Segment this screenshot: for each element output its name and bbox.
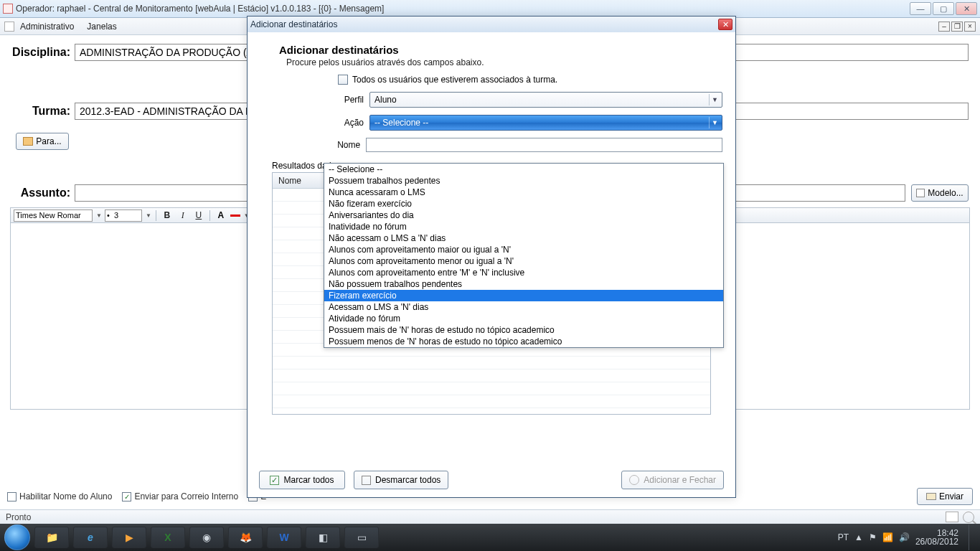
app-icon: ◧ <box>319 532 328 543</box>
grid-row[interactable] <box>273 369 710 382</box>
show-desktop[interactable] <box>969 524 976 550</box>
dialog-close-button[interactable]: ✕ <box>718 19 732 30</box>
acao-select[interactable]: -- Selecione -- ▼ <box>369 115 722 131</box>
window-controls: ― ▢ ✕ <box>908 2 977 15</box>
mdi-restore[interactable]: ❐ <box>951 22 963 32</box>
acao-option[interactable]: Alunos com aproveitamento entre 'M' e 'N… <box>324 267 723 278</box>
task-explorer[interactable]: 📁 <box>34 527 69 548</box>
mdi-close[interactable]: × <box>964 22 976 32</box>
acao-option[interactable]: Fizeram exercício <box>324 290 723 301</box>
acao-option[interactable]: Aniversariantes do dia <box>324 209 723 221</box>
adicionar-fechar-button[interactable]: Adicionar e Fechar <box>621 471 724 489</box>
task-media[interactable]: ▶ <box>112 527 146 548</box>
zoom-icon[interactable] <box>963 512 974 523</box>
chevron-down-icon[interactable]: ▼ <box>146 212 151 219</box>
acao-option[interactable]: Possuem mais de 'N' horas de estudo no t… <box>324 324 723 336</box>
acao-option[interactable]: Não acessam o LMS a 'N' dias <box>324 232 723 244</box>
dialog-title: Adicionar destinatários <box>250 19 718 29</box>
menu-janelas[interactable]: Janelas <box>87 22 116 32</box>
app-icon <box>3 4 13 14</box>
acao-dropdown-list[interactable]: -- Selecione --Possuem trabalhos pedente… <box>324 163 724 348</box>
acao-option[interactable]: Não possuem trabalhos pendentes <box>324 278 723 290</box>
acao-option[interactable]: Possuem trabalhos pedentes <box>324 175 723 187</box>
clock-date: 26/08/2012 <box>915 537 958 546</box>
font-color-button[interactable]: A <box>215 209 227 222</box>
mdi-minimize[interactable]: – <box>938 22 950 32</box>
acao-option[interactable]: Nunca acessaram o LMS <box>324 187 723 198</box>
chk-all-users[interactable] <box>338 75 348 85</box>
acao-option[interactable]: Alunos com aproveitamento maior ou igual… <box>324 244 723 255</box>
network-icon[interactable]: 📶 <box>882 532 893 542</box>
acao-option[interactable]: Possuem menos de 'N' horas de estudo no … <box>324 336 723 347</box>
people-icon <box>23 137 33 146</box>
send-button[interactable]: Enviar <box>917 488 973 505</box>
assunto-label: Assunto: <box>11 187 75 199</box>
acao-option[interactable]: Alunos com aproveitamento menor ou igual… <box>324 255 723 267</box>
desmarcar-todos-button[interactable]: ✓Desmarcar todos <box>354 471 448 489</box>
task-word[interactable]: W <box>267 527 301 548</box>
acao-option[interactable]: Não fizeram exercício <box>324 198 723 209</box>
task-app2[interactable]: ▭ <box>344 527 379 548</box>
envelope-icon <box>926 493 936 500</box>
disciplina-label: Disciplina: <box>11 46 75 59</box>
modelo-button[interactable]: Modelo... <box>911 184 969 202</box>
new-message-icon[interactable] <box>4 22 14 32</box>
color-swatch-red <box>230 215 240 217</box>
font-size-select[interactable] <box>105 209 142 222</box>
folder-icon: 📁 <box>46 532 58 543</box>
task-app1[interactable]: ◧ <box>306 527 340 548</box>
acao-option[interactable]: Inatividade no fórum <box>324 221 723 232</box>
ie-icon: e <box>88 532 93 543</box>
perfil-select[interactable]: Aluno ▼ <box>369 92 722 108</box>
font-family-select[interactable] <box>14 209 93 222</box>
chk-enviar-correio[interactable]: ✓Enviar para Correio Interno <box>122 491 238 501</box>
tray-up-icon[interactable]: ▲ <box>854 532 863 542</box>
underline-button[interactable]: U <box>192 209 205 222</box>
acao-option[interactable]: Atividade no fórum <box>324 313 723 324</box>
menu-administrativo[interactable]: Administrativo <box>20 22 74 32</box>
acao-option[interactable]: Acessam o LMS a 'N' dias <box>324 301 723 313</box>
separator <box>209 210 210 221</box>
maximize-button[interactable]: ▢ <box>933 2 954 15</box>
lang-indicator[interactable]: PT <box>838 532 849 542</box>
chrome-icon: ◉ <box>202 532 211 543</box>
bold-button[interactable]: B <box>161 209 174 222</box>
word-icon: W <box>279 532 288 543</box>
chevron-down-icon[interactable]: ▼ <box>96 212 102 219</box>
task-firefox[interactable]: 🦊 <box>228 527 263 548</box>
play-icon: ▶ <box>126 532 133 543</box>
volume-icon[interactable]: 🔊 <box>899 532 910 542</box>
grid-row[interactable] <box>273 382 710 395</box>
chk-habilitar-nome[interactable]: Habilitar Nome do Aluno <box>7 491 112 501</box>
firefox-icon: 🦊 <box>240 532 252 543</box>
marcar-todos-button[interactable]: ✓Marcar todos <box>259 471 345 489</box>
flag-icon[interactable]: ⚑ <box>869 532 877 542</box>
task-chrome[interactable]: ◉ <box>189 527 224 548</box>
grid-row[interactable] <box>273 357 710 369</box>
italic-button[interactable]: I <box>176 209 189 222</box>
clock[interactable]: 18:42 26/08/2012 <box>915 529 958 546</box>
acao-option[interactable]: -- Selecione -- <box>324 164 723 175</box>
chk-all-users-label: Todos os usuários que estiverem associad… <box>352 75 557 85</box>
window-title: Operador: raphael - Central de Monitoram… <box>16 4 908 14</box>
minimize-button[interactable]: ― <box>910 2 931 15</box>
task-excel[interactable]: X <box>151 527 185 548</box>
close-button[interactable]: ✕ <box>956 2 977 15</box>
status-text: Pronto <box>6 512 31 522</box>
modelo-label: Modelo... <box>928 188 963 198</box>
page-icon <box>946 512 958 522</box>
task-ie[interactable]: e <box>73 527 108 548</box>
chevron-down-icon: ▼ <box>709 94 720 105</box>
grid-row[interactable] <box>273 395 710 408</box>
para-label: Para... <box>36 136 61 146</box>
chevron-down-icon: ▼ <box>709 117 720 128</box>
add-recipients-dialog: Adicionar destinatários ✕ Adicionar dest… <box>247 16 736 498</box>
nome-label: Nome <box>329 140 360 150</box>
start-button[interactable] <box>4 524 30 550</box>
nome-input[interactable] <box>366 138 722 152</box>
excel-icon: X <box>164 532 171 543</box>
statusbar: Pronto <box>0 509 980 524</box>
template-icon <box>916 189 925 197</box>
dialog-titlebar[interactable]: Adicionar destinatários ✕ <box>248 17 735 32</box>
para-button[interactable]: Para... <box>16 133 69 150</box>
